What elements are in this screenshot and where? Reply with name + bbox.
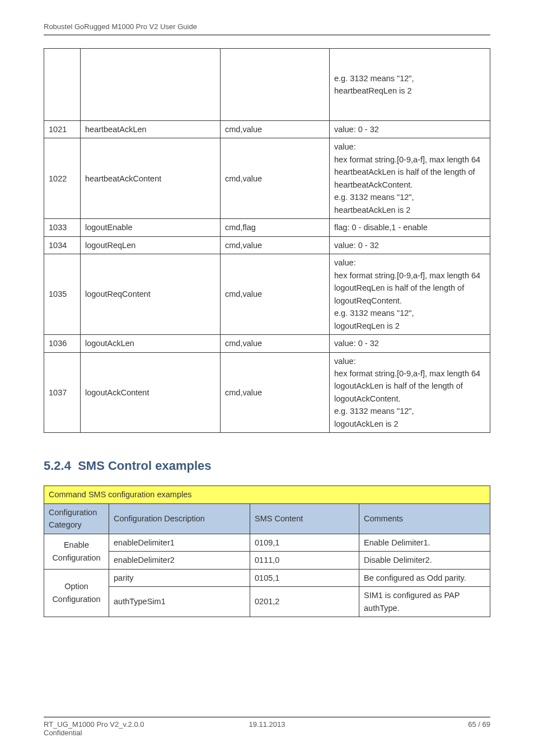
- table-row: 1033 logoutEnable cmd,flag flag: 0 - dis…: [44, 219, 490, 236]
- cell-type: cmd,value: [221, 352, 330, 433]
- cell-id: 1036: [44, 335, 81, 352]
- cell-id: 1033: [44, 219, 81, 236]
- cell-param: logoutEnable: [81, 219, 221, 236]
- section-heading: 5.2.4 SMS Control examples: [44, 459, 490, 473]
- footer-center: 19.11.2013: [193, 720, 341, 729]
- table-row: authTypeSim1 0201,2 SIM1 is configured a…: [44, 587, 490, 617]
- table-row: Enable Configuration enableDelimiter1 01…: [44, 534, 490, 551]
- col-header-sms: SMS Content: [250, 503, 359, 534]
- table-row: 1035 logoutReqContent cmd,value value: h…: [44, 254, 490, 335]
- cell-desc: authTypeSim1: [109, 587, 250, 617]
- cell-sms: 0105,1: [250, 569, 359, 586]
- table-row: 1022 heartbeatAckContent cmd,value value…: [44, 138, 490, 219]
- cell-desc: value: hex format string.[0-9,a-f], max …: [330, 352, 490, 433]
- cell-desc: flag: 0 - disable,1 - enable: [330, 219, 490, 236]
- cell-param: heartbeatAckLen: [81, 121, 221, 138]
- cell-desc: value: hex format string.[0-9,a-f], max …: [330, 138, 490, 219]
- footer-rule: [44, 717, 490, 718]
- footer-right: 65 / 69: [341, 720, 490, 729]
- cell-param: logoutAckContent: [81, 352, 221, 433]
- sms-table-title: Command SMS configuration examples: [44, 486, 490, 503]
- cell-sms: 0109,1: [250, 534, 359, 551]
- cell-type: cmd,value: [221, 254, 330, 335]
- parameter-table: e.g. 3132 means "12", heartbeatReqLen is…: [44, 48, 490, 433]
- cell-sms: 0111,0: [250, 552, 359, 569]
- cell-desc: value: 0 - 32: [330, 335, 490, 352]
- section-title-text: SMS Control examples: [78, 459, 211, 473]
- cell-desc: enableDelimiter1: [109, 534, 250, 551]
- cell-type: cmd,value: [221, 335, 330, 352]
- cell-param: heartbeatAckContent: [81, 138, 221, 219]
- cell-id: 1035: [44, 254, 81, 335]
- header-title: Robustel GoRugged M1000 Pro V2 User Guid…: [44, 22, 197, 31]
- cell-param: logoutReqLen: [81, 236, 221, 254]
- table-row: 1021 heartbeatAckLen cmd,value value: 0 …: [44, 121, 490, 138]
- col-header-category: Configuration Category: [44, 503, 109, 534]
- cell-id: 1034: [44, 236, 81, 254]
- cell-id: 1021: [44, 121, 81, 138]
- cell-type: cmd,flag: [221, 219, 330, 236]
- page-footer: RT_UG_M1000 Pro V2_v.2.0.0 19.11.2013 65…: [44, 716, 490, 737]
- cell-param: logoutAckLen: [81, 335, 221, 352]
- table-row: Configuration Category Configuration Des…: [44, 503, 490, 534]
- cell-sms: 0201,2: [250, 587, 359, 617]
- footer-left: RT_UG_M1000 Pro V2_v.2.0.0: [44, 720, 193, 729]
- cell-desc: e.g. 3132 means "12", heartbeatReqLen is…: [330, 49, 490, 121]
- table-row: 1034 logoutReqLen cmd,value value: 0 - 3…: [44, 236, 490, 254]
- sms-examples-table: Command SMS configuration examples Confi…: [44, 486, 490, 617]
- cell-type: cmd,value: [221, 138, 330, 219]
- cell-param: [81, 49, 221, 121]
- cell-comments: SIM1 is configured as PAP authType.: [359, 587, 490, 617]
- section-number: 5.2.4: [44, 459, 71, 473]
- page-header: Robustel GoRugged M1000 Pro V2 User Guid…: [44, 22, 490, 33]
- cell-desc: enableDelimiter2: [109, 552, 250, 569]
- cell-comments: Disable Delimiter2.: [359, 552, 490, 569]
- table-row: Option Configuration parity 0105,1 Be co…: [44, 569, 490, 586]
- col-header-description: Configuration Description: [109, 503, 250, 534]
- table-row: e.g. 3132 means "12", heartbeatReqLen is…: [44, 49, 490, 121]
- footer-confidential: Confidential: [44, 729, 490, 737]
- cell-param: logoutReqContent: [81, 254, 221, 335]
- cell-desc: parity: [109, 569, 250, 586]
- cell-type: [221, 49, 330, 121]
- cell-comments: Be configured as Odd parity.: [359, 569, 490, 586]
- cell-type: cmd,value: [221, 236, 330, 254]
- cell-type: cmd,value: [221, 121, 330, 138]
- cell-desc: value: hex format string.[0-9,a-f], max …: [330, 254, 490, 335]
- table-row: Command SMS configuration examples: [44, 486, 490, 503]
- table-row: 1037 logoutAckContent cmd,value value: h…: [44, 352, 490, 433]
- cell-category: Enable Configuration: [44, 534, 109, 569]
- col-header-comments: Comments: [359, 503, 490, 534]
- cell-desc: value: 0 - 32: [330, 121, 490, 138]
- cell-id: [44, 49, 81, 121]
- cell-category: Option Configuration: [44, 569, 109, 617]
- header-thin-rule: [44, 35, 490, 36]
- cell-desc: value: 0 - 32: [330, 236, 490, 254]
- table-row: enableDelimiter2 0111,0 Disable Delimite…: [44, 552, 490, 569]
- table-row: 1036 logoutAckLen cmd,value value: 0 - 3…: [44, 335, 490, 352]
- cell-id: 1022: [44, 138, 81, 219]
- cell-comments: Enable Delimiter1.: [359, 534, 490, 551]
- cell-id: 1037: [44, 352, 81, 433]
